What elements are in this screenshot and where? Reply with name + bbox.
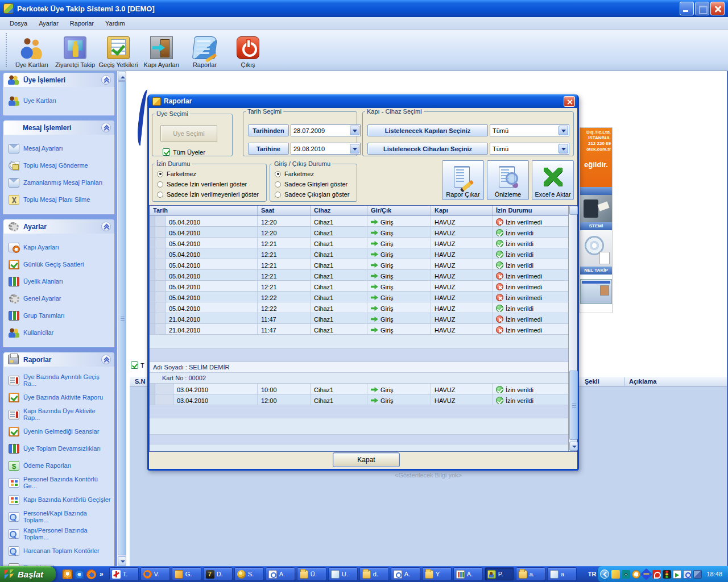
sidebar-item[interactable]: Üye Kartları — [9, 92, 111, 109]
kapat-button[interactable]: Kapat — [333, 452, 400, 467]
tarihine-button[interactable]: Tarihine — [248, 143, 289, 155]
taskbar-task-button[interactable]: a. — [516, 567, 545, 581]
sidebar-item[interactable]: Kapı Ayarları — [9, 239, 111, 256]
sidebar-item[interactable]: Üye Toplam Devamsızlıkları — [9, 440, 111, 457]
table-row[interactable]: 05.04.2010 12:21 Cihaz1 Giriş HAVUZ İzin… — [150, 238, 569, 248]
menu-item[interactable]: Dosya — [5, 18, 32, 28]
table-row[interactable]: 21.04.2010 11:47 Cihaz1 Giriş HAVUZ İzin… — [150, 324, 569, 335]
ad-banner[interactable]: Dış.Tic.Ltd.İSTANBUL212 220 69otek.com.t… — [580, 128, 612, 313]
radio-icon[interactable] — [157, 171, 163, 177]
close-button[interactable] — [710, 2, 725, 15]
kapilar-combo[interactable]: Tümü — [490, 124, 569, 136]
table-row[interactable]: 05.04.2010 12:21 Cihaz1 Giriş HAVUZ İzin… — [150, 270, 569, 281]
radio-option[interactable]: Sadece Girişleri göster — [275, 181, 357, 188]
table-row[interactable]: 03.04.2010 12:00 Cihaz1 Giriş HAVUZ İzin… — [150, 394, 569, 405]
taskbar-task-button[interactable]: A. — [391, 567, 420, 581]
uye-secimi-button[interactable]: Üye Seçimi — [160, 125, 217, 142]
table-row[interactable]: 05.04.2010 12:21 Cihaz1 Giriş HAVUZ İzin… — [150, 259, 569, 270]
radio-option[interactable]: Farketmez — [157, 171, 266, 177]
tray-icon[interactable] — [632, 570, 640, 579]
scroll-down-icon[interactable] — [118, 556, 126, 566]
sidebar-item[interactable]: Üye Listesi — [9, 559, 111, 566]
taskbar-task-button[interactable]: T. — [109, 567, 139, 581]
grid-header-saat[interactable]: Saat — [258, 206, 311, 215]
maximize-button[interactable] — [695, 2, 709, 15]
menu-item[interactable]: Yardım — [100, 18, 130, 28]
chevron-down-icon[interactable] — [559, 126, 568, 135]
dialog-close-button[interactable] — [564, 96, 575, 107]
dialog-title-bar[interactable]: Raporlar — [149, 94, 577, 108]
tray-chevron-icon[interactable] — [600, 569, 609, 579]
toolbar-button[interactable]: Çıkış — [226, 30, 270, 70]
taskbar-task-button[interactable]: A. — [266, 567, 295, 581]
menu-item[interactable]: Ayarlar — [34, 18, 64, 28]
column-header-sekli[interactable]: Şekli — [585, 378, 599, 385]
table-row[interactable]: 05.04.2010 12:21 Cihaz1 Giriş HAVUZ İzin… — [150, 248, 569, 259]
chevron-down-icon[interactable] — [350, 126, 359, 135]
radio-option[interactable]: Sadece İzin verilmeyenleri göster — [157, 191, 266, 198]
tray-icon[interactable] — [663, 570, 671, 579]
sidebar-section-header[interactable]: Raporlar — [3, 352, 114, 367]
chevron-down-icon[interactable] — [559, 144, 568, 153]
sidebar-item[interactable]: Kapı Bazında Üye Aktivite Rap... — [9, 406, 111, 423]
language-indicator[interactable]: TR — [588, 571, 597, 577]
sidebar-item[interactable]: Ödeme Raporları — [9, 457, 111, 474]
quicklaunch-icon[interactable] — [75, 569, 84, 579]
taskbar-task-button[interactable]: Ü. — [297, 567, 326, 581]
scroll-down-icon[interactable] — [569, 442, 578, 451]
cihazlar-combo[interactable]: Tümü — [490, 143, 569, 155]
toolbar-button[interactable]: Raporlar — [183, 30, 226, 70]
radio-icon[interactable] — [157, 181, 163, 188]
tarihinden-button[interactable]: Tarihinden — [248, 124, 289, 136]
sidebar-section-header[interactable]: Ayarlar — [3, 219, 114, 234]
tray-icon[interactable] — [640, 568, 652, 580]
excel-aktar-button[interactable]: Excel'e Aktar — [532, 160, 574, 200]
toolbar-button[interactable]: Ziyaretçi Takip — [53, 30, 97, 70]
collapse-chevron-icon[interactable] — [101, 75, 111, 85]
sidebar-item[interactable]: Kullanicilar — [9, 324, 111, 341]
quicklaunch-icon[interactable] — [63, 569, 72, 579]
radio-icon[interactable] — [275, 171, 281, 177]
sidebar-section-header[interactable]: Üye İşlemleri — [3, 73, 114, 87]
chevron-down-icon[interactable] — [350, 144, 359, 153]
column-header-aciklama[interactable]: Açıklama — [629, 378, 656, 385]
toolbar-grip[interactable] — [6, 33, 8, 67]
sidebar-section-header[interactable]: Mesaj İşlemleri — [3, 120, 114, 135]
quicklaunch-icon[interactable] — [86, 569, 96, 579]
radio-icon[interactable] — [275, 192, 281, 198]
table-row[interactable]: 05.04.2010 12:21 Cihaz1 Giriş HAVUZ İzin… — [150, 281, 569, 292]
radio-option[interactable]: Sadece Çıkışları göster — [275, 191, 357, 198]
sidebar-item[interactable]: Üye Bazında Ayrıntılı Geçiş Ra... — [9, 372, 111, 389]
taskbar-task-button[interactable]: D. — [203, 567, 233, 581]
tray-icon[interactable] — [652, 570, 661, 579]
sidebar-scrollbar[interactable] — [117, 71, 126, 566]
taskbar-task-button[interactable]: d. — [359, 567, 389, 581]
toolbar-button[interactable]: Geçiş Yetkileri — [97, 30, 140, 70]
scroll-up-icon[interactable] — [118, 72, 126, 81]
tray-icon[interactable] — [673, 570, 681, 579]
toolbar-button[interactable]: Üye Kartları — [10, 30, 53, 70]
minimize-button[interactable] — [680, 2, 694, 15]
taskbar-task-button[interactable]: Y. — [422, 567, 452, 581]
tum-uyeler-checkbox[interactable] — [163, 148, 170, 156]
sidebar-item[interactable]: Üyenin Gelmediği Seanslar — [9, 423, 111, 440]
sidebar-item[interactable]: Kapı/Personel Bazında Toplam... — [9, 525, 111, 542]
sidebar-item[interactable]: Günlük Geçiş Saatleri — [9, 256, 111, 273]
sidebar-item[interactable]: Genel Ayarlar — [9, 290, 111, 307]
table-row[interactable]: 21.04.2010 11:47 Cihaz1 Giriş HAVUZ İzin… — [150, 313, 569, 324]
checkbox[interactable] — [131, 361, 138, 369]
collapse-chevron-icon[interactable] — [101, 123, 111, 132]
sidebar-item[interactable]: Personel/Kapi Bazında Toplam... — [9, 508, 111, 525]
kapilar-sec-button[interactable]: Listelenecek Kapıları Seçiniz — [367, 124, 488, 136]
taskbar-task-button[interactable]: P. — [485, 567, 514, 581]
table-row[interactable]: 05.04.2010 12:20 Cihaz1 Giriş HAVUZ İzin… — [150, 216, 569, 227]
sidebar-item[interactable]: Üye Bazında Aktivite Raporu — [9, 389, 111, 406]
radio-option[interactable]: Farketmez — [275, 171, 357, 177]
rapor-cikar-button[interactable]: Rapor Çıkar — [442, 160, 484, 200]
grid-header-kapi[interactable]: Kapı — [431, 206, 493, 215]
radio-icon[interactable] — [275, 181, 281, 188]
grid-scrollbar[interactable] — [568, 206, 577, 451]
tarihinden-combo[interactable]: 28.07.2009 — [291, 124, 361, 136]
tray-icon[interactable] — [611, 570, 620, 579]
table-row[interactable]: 03.04.2010 10:00 Cihaz1 Giriş HAVUZ İzin… — [150, 384, 569, 394]
